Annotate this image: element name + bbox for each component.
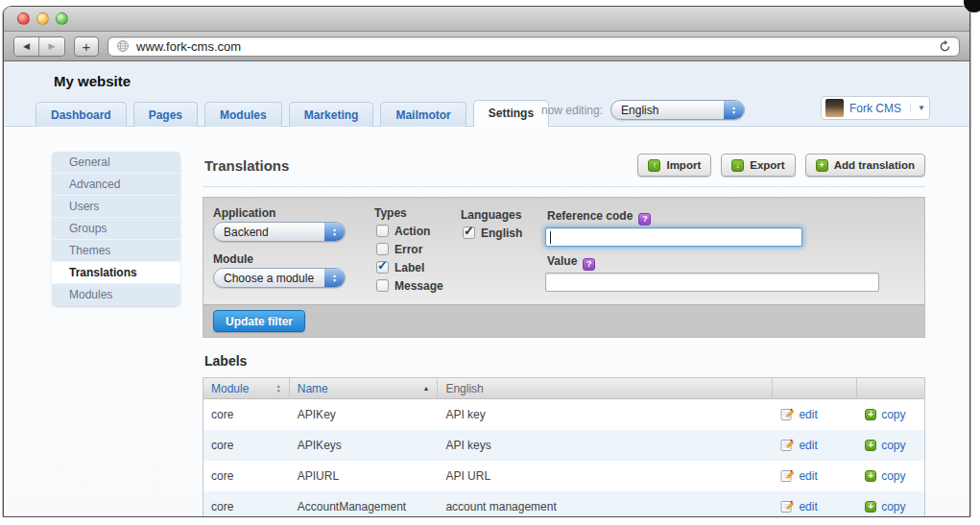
close-window-button[interactable]	[17, 12, 30, 25]
nav-button-group: ◀ ▶	[13, 36, 65, 57]
checkbox-label[interactable]: ✓	[376, 261, 389, 274]
user-menu[interactable]: Fork CMS ▼	[821, 96, 930, 120]
sort-both-icon[interactable]: ▲▼	[276, 384, 281, 394]
sidebar-item-users[interactable]: Users	[52, 196, 180, 218]
copy-cell: +copy	[857, 469, 924, 483]
sidebar-item-themes[interactable]: Themes	[52, 240, 180, 262]
back-button[interactable]: ◀	[14, 37, 39, 56]
translations-table: Module ▲▼ Name ▲ English coreAPI	[203, 377, 925, 516]
zoom-window-button[interactable]	[56, 12, 68, 25]
tab-mailmotor[interactable]: Mailmotor	[380, 102, 466, 127]
update-filter-button[interactable]: Update filter	[213, 310, 305, 332]
copy-link-label[interactable]: copy	[881, 408, 905, 421]
checkbox-message[interactable]	[376, 279, 389, 292]
column-label[interactable]: Module	[211, 382, 276, 395]
forward-button[interactable]: ▶	[39, 37, 64, 56]
value-input[interactable]	[545, 273, 879, 292]
select-stepper-icon: ▲▼	[724, 101, 744, 119]
window-titlebar[interactable]	[4, 7, 969, 32]
application-select-value: Backend	[224, 226, 269, 239]
new-tab-button[interactable]: +	[74, 36, 99, 57]
edit-link[interactable]: edit	[780, 500, 849, 513]
language-select[interactable]: English ▲▼	[610, 100, 745, 120]
checkbox-row-action: Action	[376, 224, 430, 238]
sort-ascending-icon[interactable]: ▲	[422, 385, 429, 392]
arrow-down-icon: ↓	[731, 159, 744, 172]
tab-dashboard[interactable]: Dashboard	[36, 102, 127, 127]
edit-link-label[interactable]: edit	[799, 439, 817, 452]
text-caret	[550, 231, 551, 244]
tab-marketing[interactable]: Marketing	[289, 102, 374, 127]
table-row: coreAPIKeysAPI keysedit+copy	[203, 430, 924, 461]
labels-heading: Labels	[204, 353, 247, 369]
sidebar-item-general[interactable]: General	[52, 152, 180, 174]
copy-link[interactable]: +copy	[865, 469, 917, 483]
reference-code-label: Reference code?	[547, 209, 651, 226]
cell-name: APIKey	[290, 408, 439, 421]
copy-link-label[interactable]: copy	[881, 500, 905, 513]
cell-module: core	[203, 500, 290, 513]
minimize-window-button[interactable]	[36, 12, 49, 25]
cell-english: API URL	[438, 469, 773, 483]
copy-link-label[interactable]: copy	[881, 439, 905, 452]
copy-plus-icon: +	[865, 440, 876, 451]
page-content: My website DashboardPagesModulesMarketin…	[4, 61, 969, 516]
sidebar-item-label: Translations	[69, 266, 137, 279]
browser-toolbar: ◀ ▶ + www.fork-cms.com	[4, 32, 969, 61]
sidebar-item-label: Groups	[69, 222, 107, 235]
url-text[interactable]: www.fork-cms.com	[136, 39, 932, 54]
cell-english: account management	[438, 500, 773, 513]
reference-code-input[interactable]	[545, 227, 802, 247]
column-header-edit	[773, 378, 857, 398]
tab-label: Modules	[220, 108, 267, 122]
table-row: coreAccountManagementaccount managemente…	[203, 491, 924, 516]
value-label-text: Value	[547, 254, 577, 268]
edit-link[interactable]: edit	[780, 408, 849, 421]
checkbox-error[interactable]	[376, 243, 389, 255]
refresh-icon[interactable]	[939, 40, 951, 53]
tab-settings[interactable]: Settings	[473, 100, 549, 127]
filter-footer: Update filter	[203, 304, 924, 337]
export-button[interactable]: ↓Export	[721, 154, 795, 177]
copy-link[interactable]: +copy	[865, 439, 917, 452]
edit-link[interactable]: edit	[780, 439, 849, 452]
add-translation-button[interactable]: +Add translation	[805, 154, 925, 177]
copy-link[interactable]: +copy	[865, 500, 917, 513]
help-icon[interactable]: ?	[583, 258, 595, 271]
edit-link-label[interactable]: edit	[799, 469, 817, 483]
now-editing-group: now editing: English ▲▼	[541, 100, 745, 120]
edit-link[interactable]: edit	[780, 469, 849, 483]
tab-label: Settings	[489, 107, 534, 120]
sidebar-item-label: Users	[69, 200, 99, 213]
checkbox-english[interactable]: ✓	[463, 227, 475, 239]
checkbox-action[interactable]	[376, 225, 389, 237]
column-header-module[interactable]: Module ▲▼	[203, 378, 290, 398]
import-button[interactable]: ↑Import	[637, 154, 711, 177]
edit-pencil-icon	[780, 469, 794, 483]
column-header-name[interactable]: Name ▲	[290, 378, 439, 398]
sidebar-item-modules[interactable]: Modules	[52, 284, 180, 306]
page-title: Translations	[204, 157, 289, 174]
module-select[interactable]: Choose a module ▲▼	[213, 268, 346, 288]
main-panel: Translations ↑Import↓Export+Add translat…	[203, 61, 925, 516]
page-actions: ↑Import↓Export+Add translation	[637, 154, 925, 177]
copy-link[interactable]: +copy	[865, 408, 917, 421]
checkbox-row-message: Message	[376, 278, 443, 293]
sidebar-item-groups[interactable]: Groups	[52, 218, 180, 240]
edit-link-label[interactable]: edit	[799, 408, 817, 421]
column-label[interactable]: Name	[298, 382, 423, 395]
chevron-down-icon[interactable]: ▼	[910, 104, 925, 112]
help-icon[interactable]: ?	[638, 213, 651, 226]
copy-link-label[interactable]: copy	[881, 469, 905, 483]
tab-modules[interactable]: Modules	[204, 102, 282, 127]
address-bar[interactable]: www.fork-cms.com	[108, 36, 960, 57]
checkbox-row-label: ✓Label	[376, 260, 424, 274]
cell-name: APIURL	[290, 469, 439, 483]
sidebar-item-translations[interactable]: Translations	[52, 262, 180, 284]
checkbox-label: English	[481, 227, 522, 240]
sidebar-item-advanced[interactable]: Advanced	[52, 174, 180, 196]
application-select[interactable]: Backend ▲▼	[213, 222, 346, 242]
sidebar-item-label: General	[69, 155, 110, 169]
tab-pages[interactable]: Pages	[133, 102, 198, 127]
edit-link-label[interactable]: edit	[799, 500, 817, 513]
